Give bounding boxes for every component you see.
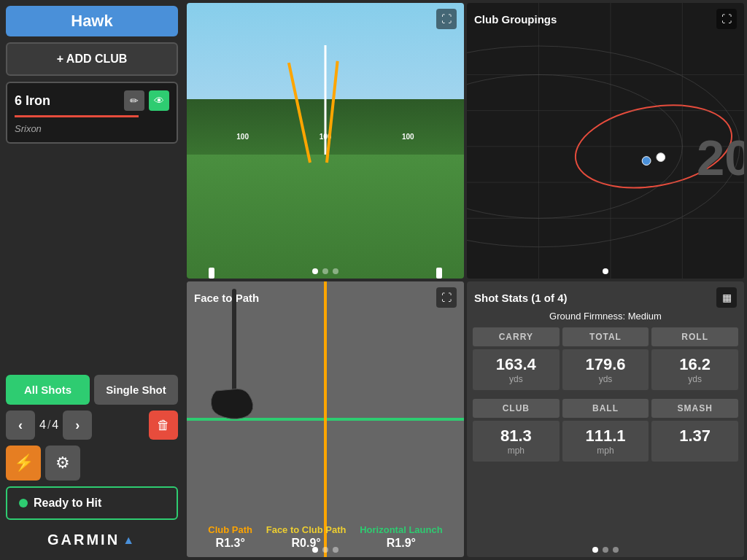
club-actions: ✏ 👁 <box>124 90 169 111</box>
groupings-title: Club Groupings <box>474 13 557 26</box>
ftp-dots <box>187 547 464 553</box>
ball-speed-unit: mph <box>565 446 646 456</box>
club-item: 6 Iron ✏ 👁 Srixon <box>6 82 178 144</box>
golf-simulation-panel: 100 100 100 ⛶ <box>187 3 464 279</box>
add-club-button[interactable]: + ADD CLUB <box>6 42 178 76</box>
horizontal-launch-label: Horizontal Launch <box>360 524 442 535</box>
ball-speed-cell: 111.1 mph <box>562 421 649 462</box>
app-title: Hawk <box>6 6 178 36</box>
left-panel: Hawk + ADD CLUB 6 Iron ✏ 👁 Srixon All Sh… <box>0 0 184 560</box>
ready-to-hit-button[interactable]: Ready to Hit <box>6 486 178 520</box>
club-speed-value: 81.3 <box>476 427 557 446</box>
action-icon-button[interactable]: ⚡ <box>6 446 41 481</box>
garmin-logo: GARMIN ▲ <box>6 526 178 554</box>
ball-speed-value: 111.1 <box>565 427 646 446</box>
svg-rect-15 <box>232 289 236 391</box>
svg-text:200: 200 <box>697 130 744 186</box>
svg-point-5 <box>642 157 651 166</box>
garmin-text: GARMIN <box>47 532 120 548</box>
garmin-icon: ▲ <box>123 534 136 547</box>
club-speed-unit: mph <box>476 446 557 456</box>
groupings-dot-1 <box>603 268 608 274</box>
roll-value: 16.2 <box>654 355 735 374</box>
club-bar <box>15 115 139 117</box>
shot-tabs: All Shots Single Shot <box>6 375 178 405</box>
ftp-dot-2 <box>322 547 328 553</box>
face-to-path-panel: Face to Path ⛶ Club Path R1.3° <box>187 281 464 557</box>
shot-stats-panel: Shot Stats (1 of 4) ▦ Ground Firmness: M… <box>467 281 744 557</box>
ftp-stats: Club Path R1.3° Face to Club Path R0.9° … <box>187 524 464 550</box>
groupings-svg: 200 <box>467 3 744 279</box>
all-shots-tab[interactable]: All Shots <box>6 375 90 405</box>
single-shot-tab[interactable]: Single Shot <box>94 375 178 405</box>
dot-1 <box>312 268 318 274</box>
roll-value-cell: 16.2 yds <box>651 349 738 390</box>
groupings-header: Club Groupings ⛶ <box>467 3 744 35</box>
total-value: 179.6 <box>565 355 646 374</box>
dot-3 <box>333 268 338 274</box>
ground <box>187 155 464 279</box>
groupings-dots <box>467 268 744 274</box>
club-name: 6 Iron <box>15 93 50 109</box>
ftp-dot-1 <box>312 547 318 553</box>
edit-club-button[interactable]: ✏ <box>124 90 144 111</box>
club-brand: Srixon <box>15 123 42 134</box>
prev-shot-button[interactable]: ‹ <box>6 411 35 440</box>
smash-value: 1.37 <box>654 427 735 446</box>
total-value-cell: 179.6 yds <box>562 349 649 390</box>
golf-club-svg <box>201 289 267 427</box>
vertical-line <box>324 281 327 557</box>
club-path-stat: Club Path R1.3° <box>208 524 252 550</box>
shot-divider: / <box>47 419 50 432</box>
total-shots: 4 <box>52 419 58 432</box>
navigation-row: ‹ 4 / 4 › 🗑 <box>6 411 178 440</box>
ftp-expand-button[interactable]: ⛶ <box>436 287 457 308</box>
stats-dots <box>467 547 744 553</box>
delete-shot-button[interactable]: 🗑 <box>149 411 178 440</box>
stats-grid: CARRY TOTAL ROLL 163.4 yds 179.6 yds 16.… <box>473 327 738 462</box>
stats-dot-2 <box>603 547 608 553</box>
horizontal-launch-stat: Horizontal Launch R1.9° <box>360 524 442 550</box>
stats-content: Ground Firmness: Medium CARRY TOTAL ROLL… <box>467 281 744 557</box>
next-shot-button[interactable]: › <box>63 411 92 440</box>
ready-indicator <box>19 499 28 508</box>
flagpole <box>325 45 327 155</box>
face-to-club-label: Face to Club Path <box>266 524 347 535</box>
club-item-header: 6 Iron ✏ 👁 <box>15 90 169 111</box>
bottom-icons-row: ⚡ ⚙ <box>6 446 178 481</box>
groupings-expand-button[interactable]: ⛶ <box>716 9 737 29</box>
carry-value: 163.4 <box>476 355 557 374</box>
ftp-dot-3 <box>333 547 338 553</box>
dot-2 <box>322 268 328 274</box>
ready-label: Ready to Hit <box>34 497 101 510</box>
face-to-club-stat: Face to Club Path R0.9° <box>266 524 347 550</box>
stats-expand-button[interactable]: ▦ <box>716 287 737 308</box>
stats-title: Shot Stats (1 of 4) <box>474 292 568 304</box>
ball-header: BALL <box>562 399 649 418</box>
svg-point-6 <box>657 153 665 162</box>
toggle-visibility-button[interactable]: 👁 <box>149 90 169 111</box>
sim-expand-button[interactable]: ⛶ <box>436 9 457 29</box>
sim-panel-header: ⛶ <box>187 3 464 35</box>
current-shot: 4 <box>39 419 46 432</box>
total-unit: yds <box>565 374 646 384</box>
ftp-content: Club Path R1.3° Face to Club Path R0.9° … <box>187 281 464 557</box>
settings-button[interactable]: ⚙ <box>45 446 80 481</box>
carry-header: CARRY <box>473 327 560 346</box>
stats-header: Shot Stats (1 of 4) ▦ <box>467 281 744 314</box>
stats-dot-3 <box>613 547 619 553</box>
smash-factor-cell: 1.37 <box>651 421 738 462</box>
club-header: CLUB <box>473 399 560 418</box>
club-speed-cell: 81.3 mph <box>473 421 560 462</box>
carry-unit: yds <box>476 374 557 384</box>
smash-header: SMASH <box>651 399 738 418</box>
shot-counter: 4 / 4 <box>39 419 58 432</box>
dist-100-right: 100 <box>402 133 414 141</box>
main-content: 100 100 100 ⛶ <box>184 0 747 560</box>
club-path-label: Club Path <box>208 524 252 535</box>
carry-value-cell: 163.4 yds <box>473 349 560 390</box>
sim-dots <box>187 268 464 274</box>
club-groupings-panel: Club Groupings ⛶ 200 <box>467 3 744 279</box>
dist-100-left: 100 <box>236 133 249 141</box>
groupings-content: 200 <box>467 3 744 279</box>
